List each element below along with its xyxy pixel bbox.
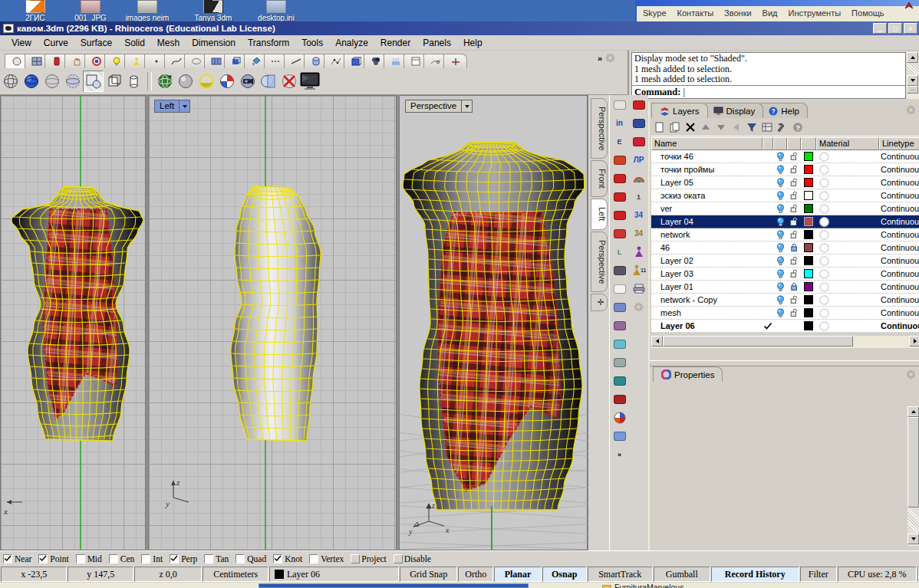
- garment-figures-icon[interactable]: [612, 337, 627, 350]
- layer-lock-icon[interactable]: [787, 256, 801, 265]
- ghosted-sphere-icon[interactable]: [41, 71, 62, 92]
- move-left-icon[interactable]: [731, 122, 742, 133]
- layer-visibility-bulb-icon[interactable]: [773, 191, 787, 201]
- menu-analyze[interactable]: Analyze: [330, 36, 374, 50]
- num-34-olive-icon[interactable]: 34: [631, 227, 647, 240]
- viewport-tab-new[interactable]: ✛: [591, 294, 608, 311]
- menu-view[interactable]: View: [6, 36, 37, 50]
- layer-row[interactable]: Layer 01Continuous: [651, 281, 919, 294]
- help-icon[interactable]: ?: [792, 122, 803, 133]
- layer-row[interactable]: verContinuous: [651, 202, 919, 215]
- car-tab-icon[interactable]: [631, 98, 647, 111]
- quadrant-sphere-icon[interactable]: [216, 71, 237, 92]
- blue-buildings-icon[interactable]: [612, 301, 627, 314]
- cmd-scroll-up[interactable]: [907, 52, 918, 63]
- osnap-knot[interactable]: Knot: [273, 554, 302, 563]
- status-layer-pane[interactable]: Layer 06: [269, 567, 399, 582]
- color-buildings-icon[interactable]: [612, 319, 627, 332]
- layer-material-circle[interactable]: [816, 243, 879, 253]
- layer-material-circle[interactable]: [816, 295, 879, 305]
- layers-hscrollbar[interactable]: [651, 336, 919, 348]
- layer-lock-icon[interactable]: [787, 269, 801, 278]
- panel-splitter[interactable]: [650, 360, 919, 366]
- quadrant-ball-icon[interactable]: [612, 411, 627, 424]
- menu-tools[interactable]: Tools: [296, 36, 328, 50]
- camera-sphere-icon[interactable]: [237, 71, 258, 92]
- notes-pen-icon[interactable]: [612, 98, 627, 111]
- table-icon[interactable]: [762, 122, 772, 133]
- viewport-tab-perspective-0[interactable]: Perspective: [591, 98, 608, 159]
- column-header-blank-3[interactable]: [801, 137, 816, 150]
- menu-mesh[interactable]: Mesh: [152, 36, 185, 50]
- layout-panels-icon[interactable]: [612, 282, 627, 295]
- desktop-icon-3[interactable]: images neim: [123, 0, 172, 22]
- red-truck-icon[interactable]: [612, 227, 627, 240]
- menu-dimension[interactable]: Dimension: [186, 36, 241, 50]
- layer-visibility-bulb-icon[interactable]: [773, 282, 787, 292]
- layer-material-circle[interactable]: [816, 204, 879, 214]
- column-header-blank-2[interactable]: [787, 137, 801, 150]
- properties-vscrollbar[interactable]: [907, 406, 919, 546]
- status-z[interactable]: z 0,0: [134, 567, 202, 582]
- printer-icon[interactable]: [631, 282, 647, 295]
- clip-sphere-icon[interactable]: [258, 71, 278, 92]
- move-up-icon[interactable]: [700, 122, 711, 133]
- close-button[interactable]: ✕: [904, 23, 917, 34]
- delete-layer-icon[interactable]: [685, 122, 696, 133]
- layer-material-circle[interactable]: [816, 230, 879, 240]
- red-car-icon[interactable]: [612, 172, 627, 185]
- osnap-point[interactable]: Point: [38, 554, 68, 563]
- layer-row[interactable]: эскиз окатаContinuous: [651, 189, 919, 202]
- monitor-icon[interactable]: [299, 71, 320, 92]
- status-record-history[interactable]: Record History: [711, 567, 799, 582]
- layer-color-swatch[interactable]: [801, 308, 816, 317]
- minimize-button[interactable]: _: [873, 23, 887, 34]
- layer-color-swatch[interactable]: [801, 178, 816, 187]
- layer-lock-icon[interactable]: [787, 217, 801, 226]
- layer-material-circle[interactable]: [816, 308, 879, 318]
- scroll-left-icon[interactable]: [651, 336, 663, 347]
- notebook-icon[interactable]: [612, 374, 627, 387]
- layer-row[interactable]: meshContinuous: [651, 307, 919, 320]
- desktop-icon-4[interactable]: Tanya 3dm: [189, 0, 238, 22]
- menu-render[interactable]: Render: [375, 36, 416, 50]
- layer-row[interactable]: Layer 02Continuous: [651, 255, 919, 268]
- box-wire-icon[interactable]: [104, 71, 124, 92]
- scroll-up-icon[interactable]: [907, 406, 919, 417]
- osnap-project-button[interactable]: Project: [351, 554, 387, 563]
- layer-material-circle[interactable]: [816, 191, 879, 201]
- grid-one-icon[interactable]: 1: [631, 190, 647, 203]
- osnap-cen[interactable]: Cen: [109, 554, 135, 563]
- desktop-icon-5[interactable]: desktop.ini: [252, 0, 301, 22]
- viewport-perspective-label[interactable]: Perspective: [405, 100, 473, 113]
- viewport-tab-front-1[interactable]: Front: [591, 160, 608, 197]
- layer-color-swatch[interactable]: [801, 321, 816, 330]
- more-chevrons-icon[interactable]: »: [612, 448, 627, 461]
- layer-visibility-bulb-icon[interactable]: [773, 165, 787, 175]
- layer-row[interactable]: Layer 05Continuous: [651, 176, 919, 189]
- status-x[interactable]: x -23,5: [1, 567, 67, 582]
- properties-tab[interactable]: Properties: [653, 366, 723, 382]
- gold-person-icon[interactable]: 11: [631, 264, 647, 277]
- properties-gear-icon[interactable]: [906, 370, 916, 379]
- status-planar[interactable]: Planar: [494, 567, 542, 582]
- osnap-mid[interactable]: Mid: [76, 554, 102, 563]
- filter-icon[interactable]: [746, 122, 757, 133]
- box-display-icon[interactable]: [83, 71, 104, 92]
- column-header-linetype[interactable]: Linetype: [879, 137, 919, 150]
- menu-surface[interactable]: Surface: [75, 36, 117, 50]
- viewport-menu-arrow-icon[interactable]: [461, 100, 472, 112]
- layer-color-swatch[interactable]: [801, 230, 816, 239]
- status-osnap[interactable]: Osnap: [542, 567, 587, 582]
- layer-visibility-bulb-icon[interactable]: [773, 308, 787, 318]
- rendered-sphere-icon[interactable]: [196, 71, 216, 92]
- layer-lock-icon[interactable]: [787, 165, 801, 174]
- rotate-box-icon[interactable]: [612, 153, 627, 166]
- layer-row[interactable]: network - CopyContinuous: [651, 294, 919, 307]
- layer-row[interactable]: точки проймыContinuous: [651, 163, 919, 176]
- status-filter[interactable]: Filter: [800, 567, 837, 582]
- layer-color-swatch[interactable]: [801, 152, 816, 161]
- wireframe-sphere-icon[interactable]: [0, 71, 21, 92]
- layer-visibility-bulb-icon[interactable]: [773, 204, 787, 214]
- layer-row[interactable]: Layer 06Continuous: [651, 320, 919, 333]
